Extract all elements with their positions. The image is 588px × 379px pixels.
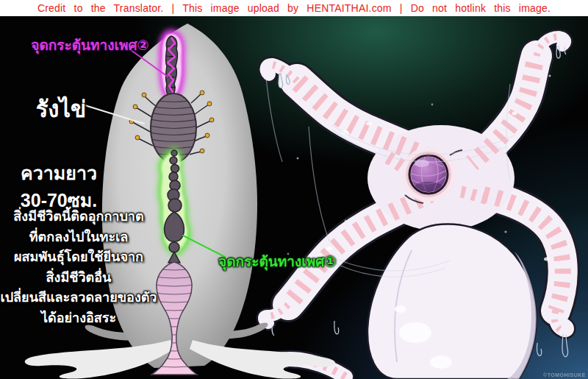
- description-line: เปลี่ยนสีและลวดลายของตัว: [0, 288, 157, 308]
- octopus-mantle: [368, 224, 537, 379]
- label-length-title: ความยาว: [1, 158, 116, 188]
- label-stimulation-point-1: จุดกระตุ้นทางเพศ①: [218, 250, 336, 272]
- credit-text: Credit to the Translator. | This image u…: [37, 2, 551, 14]
- octopus-creature: [263, 37, 568, 379]
- description-line: สิ่งมีชีวิตอื่น: [0, 268, 157, 288]
- illustration-canvas: จุดกระตุ้นทางเพศ② รังไข่ ความยาว 30-70ซม…: [0, 16, 588, 379]
- label-stimulation-point-2: จุดกระตุ้นทางเพศ②: [22, 34, 158, 56]
- label-ovary: รังไข่: [21, 91, 101, 127]
- artist-watermark: ©TOMOHISUKE: [543, 372, 586, 378]
- credit-banner: Credit to the Translator. | This image u…: [0, 0, 588, 16]
- description-line: ได้อย่างอิสระ: [0, 308, 157, 329]
- screenshot-frame: Credit to the Translator. | This image u…: [0, 0, 588, 379]
- description-line: ที่ตกลงไปในทะเล: [0, 227, 157, 248]
- creature-description: สิ่งมีชีวิตนี้ติดอุกกาบาต ที่ตกลงไปในทะเ…: [0, 207, 157, 328]
- description-line: สิ่งมีชีวิตนี้ติดอุกกาบาต: [0, 207, 157, 227]
- description-line: ผสมพันธุ์โดยใช้ยีนจาก: [0, 247, 157, 268]
- stimulation-organ-2: [159, 29, 185, 103]
